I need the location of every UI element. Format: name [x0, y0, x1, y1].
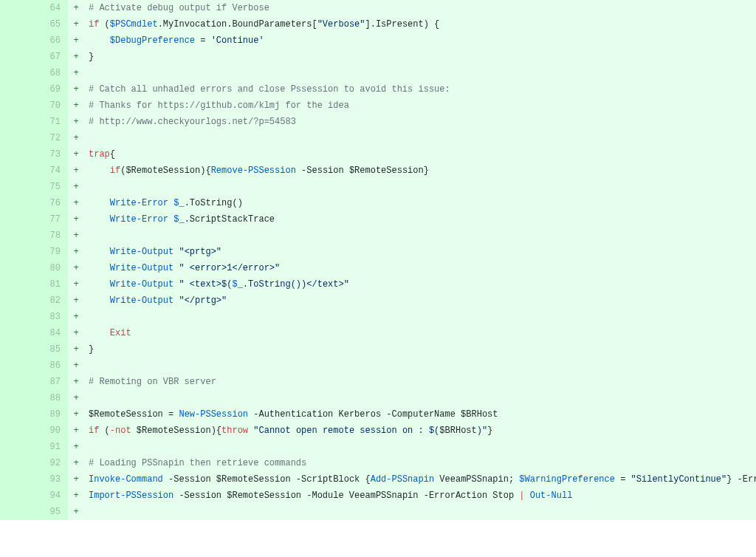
line-number-old[interactable]: [0, 228, 34, 244]
code-cell[interactable]: Write-Error $_.ScriptStackTrace: [84, 211, 756, 228]
code-cell[interactable]: # Thanks for https://github.com/klmj for…: [84, 98, 756, 114]
line-number-new[interactable]: 66: [34, 33, 68, 49]
diff-line: 80+ Write-Output " <error>1</error>": [0, 260, 756, 276]
line-number-new[interactable]: 75: [34, 179, 68, 195]
diff-line: 89+$RemoteSession = New-PSSession -Authe…: [0, 406, 756, 423]
line-number-old[interactable]: [0, 455, 34, 471]
line-number-new[interactable]: 92: [34, 455, 68, 471]
line-number-new[interactable]: 65: [34, 16, 68, 33]
line-number-new[interactable]: 90: [34, 423, 68, 439]
code-cell[interactable]: if (-not $RemoteSession){throw "Cannot o…: [84, 423, 756, 439]
code-cell[interactable]: Write-Output " <error>1</error>": [84, 260, 756, 276]
code-cell[interactable]: # Catch all unhadled errors and close Ps…: [84, 81, 756, 98]
code-cell[interactable]: Write-Output " <text>$($_.ToString())</t…: [84, 276, 756, 293]
line-number-old[interactable]: [0, 211, 34, 228]
line-number-old[interactable]: [0, 260, 34, 276]
line-number-old[interactable]: [0, 33, 34, 49]
line-number-new[interactable]: 81: [34, 276, 68, 293]
line-number-old[interactable]: [0, 341, 34, 358]
line-number-old[interactable]: [0, 276, 34, 293]
line-number-old[interactable]: [0, 390, 34, 406]
code-cell[interactable]: Write-Output "<prtg>": [84, 244, 756, 260]
line-number-old[interactable]: [0, 49, 34, 65]
line-number-new[interactable]: 80: [34, 260, 68, 276]
line-number-new[interactable]: 89: [34, 406, 68, 423]
line-number-new[interactable]: 95: [34, 504, 68, 520]
code-cell[interactable]: $DebugPreference = 'Continue': [84, 33, 756, 49]
line-number-new[interactable]: 87: [34, 374, 68, 390]
code-cell[interactable]: [84, 130, 756, 146]
code-cell[interactable]: [84, 390, 756, 406]
line-number-old[interactable]: [0, 325, 34, 341]
code-cell[interactable]: # Loading PSSnapin then retrieve command…: [84, 455, 756, 471]
line-number-old[interactable]: [0, 504, 34, 520]
line-number-new[interactable]: 76: [34, 195, 68, 211]
code-cell[interactable]: [84, 65, 756, 81]
line-number-new[interactable]: 73: [34, 146, 68, 163]
line-number-new[interactable]: 83: [34, 309, 68, 325]
line-number-new[interactable]: 78: [34, 228, 68, 244]
line-number-old[interactable]: [0, 163, 34, 179]
code-cell[interactable]: Exit: [84, 325, 756, 341]
line-number-old[interactable]: [0, 439, 34, 455]
line-number-old[interactable]: [0, 146, 34, 163]
line-number-new[interactable]: 82: [34, 293, 68, 309]
line-number-old[interactable]: [0, 423, 34, 439]
code-cell[interactable]: [84, 439, 756, 455]
line-number-old[interactable]: [0, 358, 34, 374]
line-number-new[interactable]: 69: [34, 81, 68, 98]
line-number-new[interactable]: 68: [34, 65, 68, 81]
line-number-new[interactable]: 71: [34, 114, 68, 130]
line-number-new[interactable]: 67: [34, 49, 68, 65]
line-number-new[interactable]: 84: [34, 325, 68, 341]
line-number-old[interactable]: [0, 471, 34, 488]
line-number-old[interactable]: [0, 293, 34, 309]
code-cell[interactable]: $RemoteSession = New-PSSession -Authenti…: [84, 406, 756, 423]
line-number-new[interactable]: 88: [34, 390, 68, 406]
code-cell[interactable]: [84, 309, 756, 325]
code-cell[interactable]: Write-Output "</prtg>": [84, 293, 756, 309]
code-cell[interactable]: trap{: [84, 146, 756, 163]
line-number-new[interactable]: 70: [34, 98, 68, 114]
line-number-old[interactable]: [0, 114, 34, 130]
line-number-old[interactable]: [0, 179, 34, 195]
line-number-old[interactable]: [0, 309, 34, 325]
line-number-new[interactable]: 77: [34, 211, 68, 228]
code-cell[interactable]: Write-Error $_.ToString(): [84, 195, 756, 211]
code-cell[interactable]: [84, 228, 756, 244]
code-cell[interactable]: # Activate debug output if Verbose: [84, 0, 756, 16]
code-cell[interactable]: Import-PSSession -Session $RemoteSession…: [84, 488, 756, 504]
code-cell[interactable]: if($RemoteSession){Remove-PSSession -Ses…: [84, 163, 756, 179]
line-number-old[interactable]: [0, 16, 34, 33]
line-number-new[interactable]: 86: [34, 358, 68, 374]
line-number-new[interactable]: 64: [34, 0, 68, 16]
code-cell[interactable]: }: [84, 49, 756, 65]
code-cell[interactable]: [84, 358, 756, 374]
line-number-old[interactable]: [0, 65, 34, 81]
code-cell[interactable]: if ($PSCmdlet.MyInvocation.BoundParamete…: [84, 16, 756, 33]
line-number-old[interactable]: [0, 0, 34, 16]
line-number-old[interactable]: [0, 81, 34, 98]
line-number-new[interactable]: 79: [34, 244, 68, 260]
code-cell[interactable]: [84, 179, 756, 195]
line-number-old[interactable]: [0, 488, 34, 504]
line-number-new[interactable]: 91: [34, 439, 68, 455]
line-number-old[interactable]: [0, 98, 34, 114]
diff-line: 83+: [0, 309, 756, 325]
line-number-new[interactable]: 85: [34, 341, 68, 358]
line-number-new[interactable]: 74: [34, 163, 68, 179]
code-cell[interactable]: # Remoting on VBR server: [84, 374, 756, 390]
diff-line: 73+trap{: [0, 146, 756, 163]
code-cell[interactable]: Invoke-Command -Session $RemoteSession -…: [84, 471, 756, 488]
code-cell[interactable]: }: [84, 341, 756, 358]
line-number-old[interactable]: [0, 244, 34, 260]
line-number-old[interactable]: [0, 406, 34, 423]
line-number-old[interactable]: [0, 374, 34, 390]
line-number-old[interactable]: [0, 195, 34, 211]
code-cell[interactable]: # http://www.checkyourlogs.net/?p=54583: [84, 114, 756, 130]
line-number-new[interactable]: 93: [34, 471, 68, 488]
line-number-old[interactable]: [0, 130, 34, 146]
line-number-new[interactable]: 94: [34, 488, 68, 504]
code-cell[interactable]: [84, 504, 756, 520]
line-number-new[interactable]: 72: [34, 130, 68, 146]
